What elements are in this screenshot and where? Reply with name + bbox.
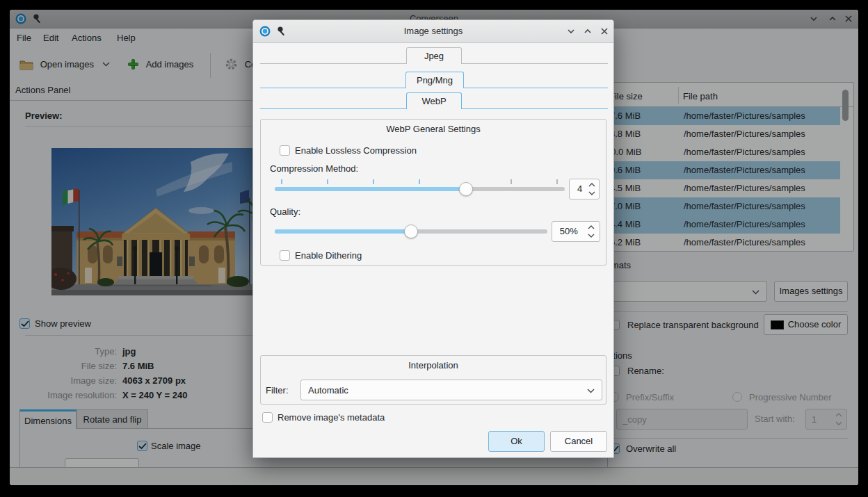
slider-tick [281, 179, 282, 184]
compression-spinner[interactable]: 4 [569, 179, 600, 199]
slider-tick [511, 179, 512, 184]
compression-slider-handle[interactable] [459, 182, 473, 196]
filter-label: Filter: [266, 385, 289, 396]
maximize-icon[interactable] [584, 27, 592, 35]
group-title: Interpolation [261, 360, 606, 370]
spin-down-icon[interactable] [588, 234, 595, 238]
compression-method-label: Compression Method: [270, 163, 358, 174]
slider-tick [373, 179, 374, 184]
tab-webp[interactable]: WebP [406, 92, 462, 109]
filter-value: Automatic [308, 385, 348, 396]
lossless-label: Enable Lossless Compression [295, 145, 417, 156]
spin-up-icon[interactable] [588, 183, 595, 187]
slider-tick [419, 179, 420, 184]
dialog-title: Image settings [253, 26, 613, 36]
tab-jpeg[interactable]: Jpeg [406, 47, 462, 64]
minimize-icon[interactable] [567, 27, 575, 35]
ok-button[interactable]: Ok [488, 431, 545, 452]
spin-down-icon[interactable] [588, 191, 595, 195]
lossless-checkbox[interactable] [280, 145, 290, 156]
filter-combobox[interactable]: Automatic [300, 380, 602, 400]
quality-slider-fill [275, 229, 411, 234]
remove-metadata-checkbox[interactable] [262, 412, 273, 423]
group-title: WebP General Settings [261, 124, 606, 134]
dialog-titlebar[interactable]: Image settings [253, 20, 613, 43]
remove-metadata-label: Remove image's metadata [278, 412, 385, 423]
image-settings-dialog: Image settings Jpeg Png/Mng WebP WebP Ge… [252, 19, 614, 458]
compression-value: 4 [570, 184, 590, 194]
tab-png-mng[interactable]: Png/Mng [405, 72, 464, 88]
dithering-checkbox[interactable] [280, 250, 290, 261]
quality-spinner[interactable]: 50% [552, 221, 600, 242]
spin-up-icon[interactable] [588, 225, 595, 229]
dithering-label: Enable Dithering [295, 250, 362, 261]
close-icon[interactable] [600, 27, 609, 35]
compression-slider-fill [275, 187, 466, 191]
slider-tick [556, 179, 558, 184]
cancel-button[interactable]: Cancel [550, 431, 607, 452]
webp-settings-group: WebP General Settings Enable Lossless Co… [260, 119, 606, 266]
quality-value: 50% [552, 226, 586, 236]
interpolation-group: Interpolation Filter: Automatic [260, 355, 606, 405]
chevron-down-icon [587, 389, 595, 393]
quality-label: Quality: [270, 206, 300, 217]
slider-tick [327, 179, 328, 184]
quality-slider-handle[interactable] [404, 225, 418, 238]
